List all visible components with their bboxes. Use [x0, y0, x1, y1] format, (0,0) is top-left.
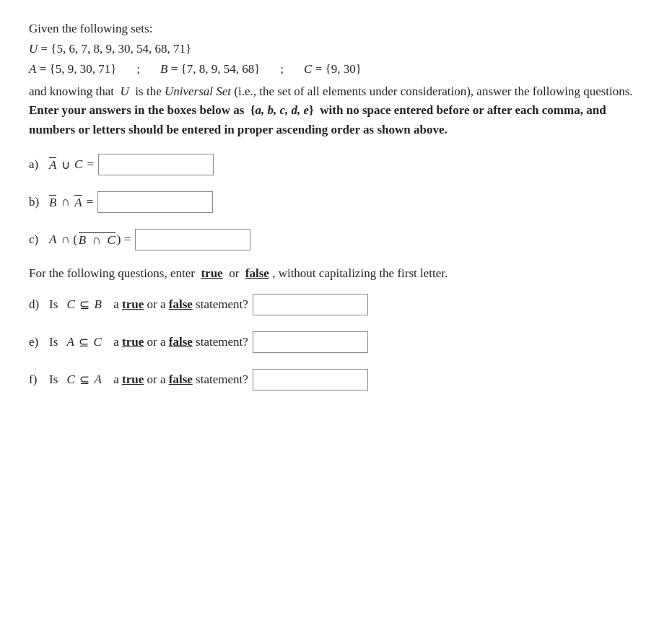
- question-a-expr: A ∪ C =: [49, 157, 94, 173]
- question-b-expr: B ∩ A =: [49, 195, 93, 210]
- semicolon-1: ;: [136, 62, 140, 77]
- question-e-is: Is: [49, 335, 58, 349]
- bc-complement-symbol: B ∩ C: [79, 232, 115, 248]
- question-c-block: c) A ∩ ( B ∩ C ) =: [29, 229, 643, 250]
- question-b-input[interactable]: [97, 191, 213, 213]
- tf-intro-line: For the following questions, enter true …: [29, 266, 643, 281]
- a-complement-symbol-b: A: [74, 195, 82, 210]
- question-f-block: f) Is C ⊆ A a true or a false statement?: [29, 369, 643, 391]
- set-c: C = {9, 30}: [304, 62, 362, 77]
- instruction-paragraph: and knowing that U is the Universal Set …: [29, 82, 643, 139]
- question-d-label: d): [29, 297, 45, 312]
- question-e-label: e): [29, 335, 45, 349]
- sets-abc-row: A = {5, 9, 30, 71} ; B = {7, 8, 9, 54, 6…: [29, 62, 643, 77]
- question-b-block: b) B ∩ A =: [29, 191, 643, 213]
- question-d-input[interactable]: [253, 294, 368, 315]
- question-c-expr: A ∩ ( B ∩ C ) =: [49, 232, 131, 248]
- set-b: B = {7, 8, 9, 54, 68}: [160, 62, 260, 77]
- question-a-label: a): [29, 157, 45, 172]
- set-u: U = {5, 6, 7, 8, 9, 30, 54, 68, 71}: [29, 42, 191, 56]
- question-d-block: d) Is C ⊆ B a true or a false statement?: [29, 294, 643, 315]
- question-e-input[interactable]: [253, 331, 368, 353]
- question-a-block: a) A ∪ C =: [29, 154, 643, 175]
- set-a: A = {5, 9, 30, 71}: [29, 62, 116, 77]
- question-f-input[interactable]: [253, 369, 368, 391]
- question-e-expr: A ⊆ C: [62, 335, 106, 350]
- a-complement-symbol: A: [49, 157, 56, 173]
- tf-true-label: true: [201, 266, 222, 280]
- b-complement-symbol: B: [49, 195, 56, 210]
- question-f-is: Is: [49, 372, 58, 387]
- semicolon-2: ;: [280, 62, 284, 77]
- question-e-block: e) Is A ⊆ C a true or a false statement?: [29, 331, 643, 353]
- question-d-is: Is: [49, 297, 58, 312]
- intro-label: Given the following sets:: [29, 22, 152, 35]
- set-u-line: U = {5, 6, 7, 8, 9, 30, 54, 68, 71}: [29, 42, 643, 56]
- question-c-label: c): [29, 232, 45, 247]
- intro-text: Given the following sets:: [29, 22, 643, 36]
- question-c-input[interactable]: [135, 229, 250, 250]
- question-d-expr: C ⊆ B: [62, 297, 106, 313]
- question-b-label: b): [29, 195, 45, 209]
- question-a-input[interactable]: [98, 154, 214, 175]
- question-f-expr: C ⊆ A: [62, 372, 106, 388]
- question-f-label: f): [29, 372, 45, 387]
- tf-false-label: false: [245, 266, 269, 280]
- u-label: U: [121, 84, 129, 98]
